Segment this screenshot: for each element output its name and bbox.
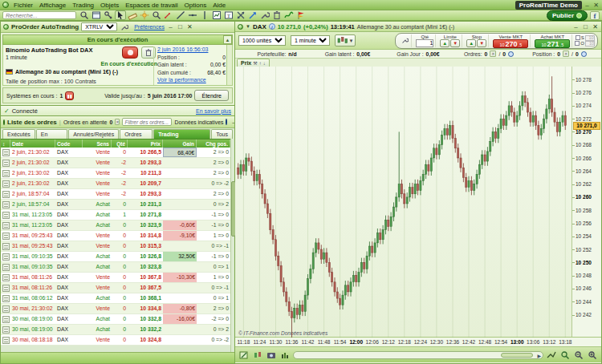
cursor-icon[interactable] [115, 10, 126, 20]
col-gain[interactable]: Gain [163, 140, 197, 148]
order-details-icon[interactable] [2, 337, 10, 344]
search-icon[interactable] [79, 10, 90, 20]
order-row[interactable]: 31 mai, 09:10:35DAXAchat010 326,832,50€-… [1, 252, 230, 262]
chart-edit-icon[interactable] [238, 350, 250, 360]
col-qt-[interactable]: Qté [112, 140, 128, 148]
tab-trading-automatique[interactable]: Trading automatique [153, 129, 210, 139]
tab-annul-s-rejet-s[interactable]: Annulés/Rejetés [68, 129, 119, 139]
objective-checkbox[interactable] [575, 41, 580, 46]
candle-style-icon[interactable] [252, 350, 263, 360]
account-select[interactable]: XTRLV [81, 22, 117, 31]
menu-aide[interactable]: Aide [209, 2, 229, 9]
menu-espaces-de-travail[interactable]: Espaces de travail [122, 2, 181, 9]
order-row[interactable]: 31 mai, 08:11:26DAXVente010 367,8-10,30€… [1, 273, 230, 283]
units-select[interactable]: 1000 unités [238, 35, 286, 46]
sell-stop-button[interactable]: ▼ [477, 39, 486, 47]
compare-icon[interactable] [546, 350, 557, 360]
position-detail-icon[interactable] [581, 51, 587, 57]
zoom-in-icon[interactable] [587, 350, 598, 360]
stop-system-button[interactable] [122, 47, 138, 59]
chart-close-button[interactable]: ✕ [592, 23, 599, 30]
card-scrollbar[interactable] [226, 45, 232, 85]
scroll-right-icon[interactable]: ▶ [537, 353, 541, 358]
time-axis[interactable]: 11:1811:2411:3011:3611:4211:4811:5412:00… [235, 338, 601, 347]
tab-prix[interactable]: Prix ⚒ ↑ ↓ [237, 59, 270, 67]
order-row[interactable]: 31 mai, 09:25:43DAXVente010 315,30 => -1 [1, 241, 230, 252]
performance-link[interactable]: Voir la performance [157, 77, 206, 85]
chart-window-icon[interactable] [211, 10, 222, 20]
order-details-icon[interactable] [2, 264, 10, 271]
s-value-input[interactable] [585, 35, 595, 41]
order-row[interactable]: 31 mai, 08:11:26DAXVente010 367,50 => -1 [1, 283, 230, 293]
order-row[interactable]: 2 juin, 18:57:04DAXVente-210 293,32 => 0 [1, 189, 230, 200]
order-details-icon[interactable] [2, 212, 10, 219]
filter-orders-input[interactable] [122, 118, 172, 126]
order-details-icon[interactable] [2, 316, 10, 323]
menu-objets[interactable]: Objets [97, 2, 122, 9]
order-details-icon[interactable] [2, 170, 10, 177]
order-details-icon[interactable] [2, 305, 10, 313]
cancel-pending-icon[interactable]: ✕ [115, 119, 120, 125]
close-button[interactable]: ✕ [592, 2, 600, 9]
prix-up-icon[interactable]: ↑ [259, 61, 262, 66]
segment-icon[interactable] [163, 10, 174, 20]
order-row[interactable]: 31 mai, 09:25:43DAXVente010 314,8-9,10€1… [1, 231, 230, 241]
sun-icon[interactable] [139, 10, 150, 20]
chart-hscrollbar[interactable]: ▶ [293, 351, 543, 359]
order-details-icon[interactable] [2, 285, 10, 292]
zoom-out-icon[interactable] [573, 350, 584, 360]
chart-type-button[interactable]: ▼ [335, 34, 356, 47]
search-input[interactable] [2, 11, 76, 19]
preferences-link[interactable]: Préférences [134, 24, 165, 30]
tab-en-attente[interactable]: En attente [36, 129, 67, 139]
order-row[interactable]: 30 mai, 08:19:00DAXAchat010 332,8-16,00€… [1, 314, 230, 325]
order-row[interactable]: 31 mai, 09:10:35DAXAchat010 323,80 => 1 [1, 262, 230, 273]
zoom-icon[interactable] [151, 10, 162, 20]
tab-tous[interactable]: Tous [211, 129, 233, 139]
screenshot-icon[interactable] [266, 350, 277, 360]
prix-wrench-icon[interactable]: ⚒ [253, 60, 257, 66]
sell-limit-button[interactable]: ▼ [450, 39, 460, 47]
facebook-icon[interactable]: f [590, 11, 600, 20]
proorder-maximize-button[interactable]: □ [177, 23, 184, 30]
chart-hscrollbar-thumb[interactable] [501, 353, 533, 358]
order-details-icon[interactable] [2, 274, 10, 281]
order-row[interactable]: 31 mai, 08:06:12DAXAchat010 368,10 => 1 [1, 293, 230, 304]
order-details-icon[interactable] [2, 222, 10, 229]
col-chg-pos-[interactable]: Chg pos. [197, 140, 230, 148]
candlestick-chart[interactable] [237, 67, 567, 338]
horizontal-line-icon[interactable] [187, 10, 198, 20]
timeframe-select[interactable]: 1 minute [291, 35, 330, 46]
buy-stop-button[interactable]: ▲ [466, 39, 476, 47]
prix-down-icon[interactable]: ↓ [263, 61, 266, 66]
order-row[interactable]: 2 juin, 21:30:02DAXVente-210 209,70 => -… [1, 179, 230, 189]
sell-market-button[interactable]: 10270,5 [493, 39, 528, 48]
order-details-icon[interactable] [2, 180, 10, 188]
key-icon[interactable] [103, 10, 114, 20]
menu-options[interactable]: Options [181, 2, 210, 9]
tab-ex-cut-s[interactable]: Exécutés [2, 129, 35, 139]
col-prix[interactable]: Prix [128, 140, 163, 148]
order-details-icon[interactable] [2, 253, 10, 261]
zoom-auto-icon[interactable] [559, 350, 571, 360]
qty-input[interactable] [416, 39, 433, 47]
orders-minimize-button[interactable]: – [232, 119, 234, 126]
cancel-orders-icon[interactable]: ✕ [490, 51, 496, 57]
flags-icon[interactable] [295, 10, 307, 20]
ruler-icon[interactable] [127, 10, 138, 20]
order-details-icon[interactable] [2, 191, 10, 198]
menu-trading[interactable]: Trading [69, 2, 97, 9]
chart-menu-caret-icon[interactable]: ▼ [246, 24, 250, 29]
order-details-icon[interactable] [2, 160, 10, 167]
wrench-icon[interactable] [120, 22, 129, 32]
menu-fichier[interactable]: Fichier [10, 2, 36, 9]
minimize-button[interactable]: – [584, 2, 591, 9]
price-axis[interactable]: 10 24210 24410 24610 24810 25010 25210 2… [571, 67, 601, 337]
order-row[interactable]: 30 mai, 08:18:18DAXVente010 324,80 => -2 [1, 335, 230, 346]
chart-plot-area[interactable]: 10 24210 24410 24610 24810 25010 25210 2… [235, 67, 601, 338]
vertical-line-icon[interactable] [199, 10, 210, 20]
tab-ordres-li-s[interactable]: Ordres liés [120, 129, 153, 139]
o-value-input[interactable] [585, 41, 595, 47]
chart-maximize-button[interactable]: □ [582, 23, 589, 30]
col-date[interactable]: Date [10, 140, 55, 148]
